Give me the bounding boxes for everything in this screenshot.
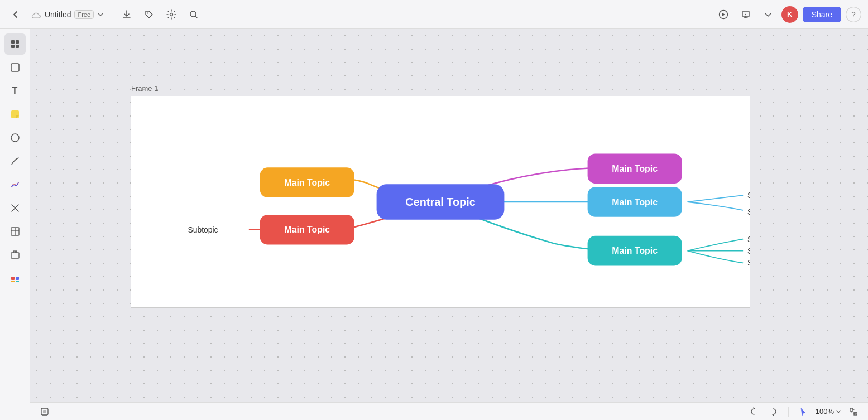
sidebar-item-textbox[interactable] [4, 244, 26, 265]
help-button[interactable]: ? [846, 7, 861, 22]
bottom-right: 100% [746, 404, 861, 419]
avatar[interactable]: K [781, 6, 798, 23]
search-button[interactable] [185, 6, 203, 23]
sidebar: T [0, 29, 30, 420]
svg-point-0 [147, 12, 148, 13]
teal-subtopic-1: Subtopic [747, 235, 750, 244]
svg-rect-21 [11, 277, 15, 280]
redo-button[interactable] [766, 404, 781, 419]
bottombar: 100% [30, 402, 868, 420]
frame-label: Frame 1 [131, 84, 158, 93]
purple-topic-label: Main Topic [612, 164, 658, 173]
settings-button[interactable] [162, 6, 180, 23]
svg-rect-9 [11, 110, 19, 118]
sidebar-item-connectors[interactable] [4, 197, 26, 219]
frame: Frame 1 Central Topic [131, 96, 750, 308]
title-dropdown-icon[interactable] [97, 11, 104, 18]
orange-topic-label: Main Topic [284, 178, 330, 187]
right-controls: K Share ? [714, 6, 861, 23]
sidebar-item-more[interactable] [4, 268, 26, 289]
more-dropdown-button[interactable] [759, 6, 777, 23]
sidebar-item-pages[interactable] [4, 33, 26, 55]
svg-rect-16 [11, 253, 19, 258]
plan-badge[interactable]: Free [74, 10, 94, 19]
sidebar-item-table[interactable] [4, 221, 26, 242]
svg-rect-7 [16, 45, 19, 48]
toolbar: Untitled Free [0, 0, 868, 29]
sidebar-item-draw[interactable] [4, 174, 26, 195]
zoom-dropdown-icon [836, 409, 841, 414]
bottom-left [37, 404, 52, 419]
canvas[interactable]: Frame 1 Central Topic [30, 29, 868, 402]
divider-1 [111, 8, 111, 21]
sidebar-item-frames[interactable] [4, 57, 26, 78]
minimap-button[interactable] [37, 404, 52, 419]
teal-topic-label: Main Topic [612, 246, 658, 255]
svg-rect-8 [11, 64, 19, 71]
svg-rect-4 [11, 40, 15, 44]
present-button[interactable] [737, 6, 755, 23]
sidebar-item-pen[interactable] [4, 151, 26, 172]
red-topic-label: Main Topic [284, 225, 330, 234]
sidebar-item-text[interactable]: T [4, 80, 26, 102]
blue-subtopic-1: Subtopic [747, 191, 750, 200]
svg-point-10 [11, 134, 19, 142]
svg-rect-31 [850, 408, 853, 411]
blue-topic-label: Main Topic [612, 197, 658, 207]
play-button[interactable] [714, 6, 732, 23]
svg-rect-30 [43, 410, 46, 413]
svg-point-1 [170, 13, 173, 16]
svg-rect-22 [16, 277, 19, 280]
share-button[interactable]: Share [803, 7, 841, 22]
bottom-divider [788, 407, 789, 417]
svg-rect-5 [16, 40, 19, 44]
teal-subtopic-2: Subtopic [747, 247, 750, 255]
zoom-display[interactable]: 100% [816, 407, 841, 416]
red-subtopic-1: Subtopic [188, 225, 218, 234]
svg-rect-6 [11, 45, 15, 48]
sidebar-item-shapes[interactable] [4, 127, 26, 148]
back-button[interactable] [7, 6, 25, 23]
cloud-icon [31, 9, 41, 20]
doc-title: Untitled [45, 10, 71, 19]
cursor-tool[interactable] [795, 404, 811, 419]
title-area: Untitled Free [31, 9, 104, 20]
undo-button[interactable] [746, 404, 761, 419]
sidebar-item-sticky[interactable] [4, 104, 26, 125]
blue-subtopic-2: Subtopic [747, 207, 750, 216]
central-topic-label: Central Topic [405, 196, 476, 208]
teal-subtopic-3: Subtopic [747, 258, 750, 267]
download-button[interactable] [118, 6, 136, 23]
mindmap-svg: Central Topic Main Topic Main Topic Main… [131, 96, 750, 307]
fit-view-button[interactable] [846, 404, 861, 419]
tag-button[interactable] [140, 6, 158, 23]
